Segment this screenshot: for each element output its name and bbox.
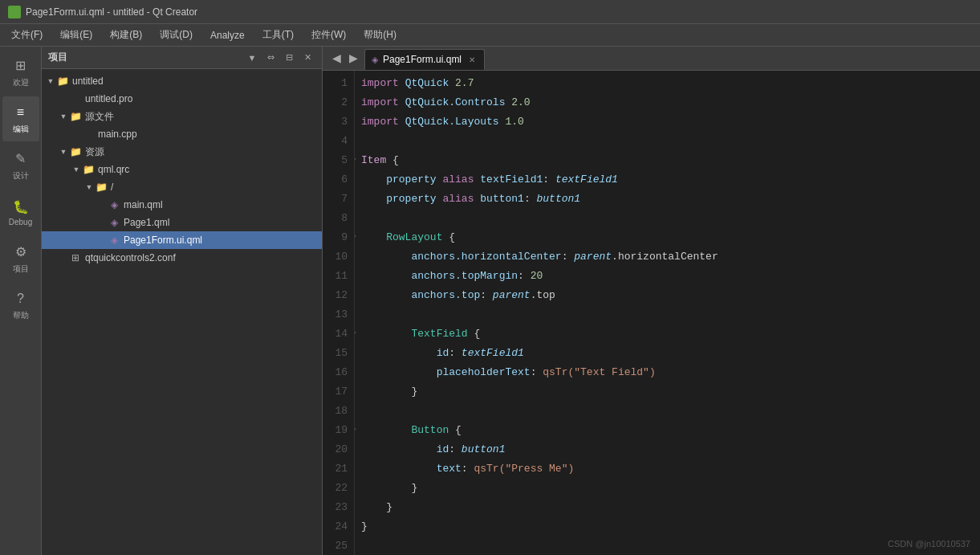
code-line-13 — [361, 305, 974, 324]
sidebar-btn-项目[interactable]: ⚙项目 — [2, 236, 39, 281]
code-area[interactable]: import QtQuick 2.7import QtQuick.Control… — [355, 71, 980, 555]
code-segment: id — [437, 440, 449, 459]
code-segment: : — [449, 440, 462, 459]
tree-label: / — [111, 182, 113, 193]
code-line-18 — [361, 402, 974, 421]
tree-file-icon — [82, 128, 95, 141]
menu-item-控件(W)[interactable]: 控件(W) — [303, 25, 354, 45]
code-segment: } — [361, 517, 368, 537]
line-num-10: 10 — [323, 247, 348, 267]
sidebar-icon-设计: ✎ — [12, 150, 30, 168]
tree-label: main.cpp — [98, 129, 137, 140]
code-segment — [474, 190, 480, 209]
nav-fwd-btn[interactable]: ▶ — [346, 50, 361, 66]
code-line-19: ▼ Button { — [361, 421, 974, 440]
menu-item-编辑(E)[interactable]: 编辑(E) — [52, 25, 100, 45]
code-segment: { — [386, 151, 399, 170]
tree-item-untitled[interactable]: ▼📁untitled — [42, 72, 322, 90]
line-num-12: 12 — [323, 286, 348, 305]
tree-item-qtquickcontrols2-conf[interactable]: ⊞qtquickcontrols2.conf — [42, 249, 322, 267]
close-btn[interactable]: ✕ — [299, 50, 315, 66]
tab-close-btn[interactable]: ✕ — [466, 54, 478, 65]
menu-item-Analyze[interactable]: Analyze — [202, 27, 253, 44]
tree-arrow — [96, 217, 108, 228]
code-line-17: } — [361, 382, 974, 402]
tree-item-qml-qrc[interactable]: ▼📁qml.qrc — [42, 161, 322, 178]
tree-label: qml.qrc — [98, 164, 129, 175]
code-segment: QtQuick — [405, 74, 449, 93]
filter-btn[interactable]: ▼ — [244, 50, 260, 66]
code-segment: placeholderText — [437, 363, 531, 382]
code-segment — [449, 74, 455, 93]
tab-label: Page1Form.ui.qml — [383, 54, 462, 65]
line-num-24: 24 — [323, 517, 348, 537]
main-layout: ⊞欢迎≡编辑✎设计🐛Debug⚙项目?帮助 项目 ▼ ⇔ ⊟ ✕ ▼📁untit… — [0, 47, 980, 555]
code-segment: Button — [411, 421, 449, 440]
tree-item-Page1Form-ui-qml[interactable]: ◈Page1Form.ui.qml — [42, 231, 322, 249]
tree-item-untitled-pro[interactable]: untitled.pro — [42, 90, 322, 108]
tree-item-源文件[interactable]: ▼📁源文件 — [42, 108, 322, 125]
fold-arrow-9[interactable]: ▼ — [355, 232, 360, 243]
editor-panel: ◀ ▶ ◈ Page1Form.ui.qml ✕ 123456789101112… — [323, 47, 980, 555]
code-line-15: id: textField1 — [361, 344, 974, 363]
editor-content: 1234567891011121314151617181920212223242… — [323, 71, 980, 555]
tree-item-main-qml[interactable]: ◈main.qml — [42, 196, 322, 214]
fold-arrow-5[interactable]: ▼ — [355, 155, 360, 166]
sidebar-btn-欢迎[interactable]: ⊞欢迎 — [2, 50, 39, 95]
code-segment: { — [449, 421, 462, 440]
code-segment: id — [437, 344, 449, 363]
sidebar-btn-帮助[interactable]: ?帮助 — [2, 283, 39, 328]
code-segment — [361, 363, 437, 382]
link-btn[interactable]: ⇔ — [262, 50, 279, 66]
sidebar-label-欢迎: 欢迎 — [13, 77, 29, 88]
code-line-21: text: qsTr("Press Me") — [361, 459, 974, 479]
tree-arrow — [96, 235, 108, 246]
titlebar: Page1Form.ui.qml - untitled - Qt Creator — [0, 0, 980, 24]
code-segment: parent — [574, 247, 612, 267]
code-segment: property — [386, 190, 436, 209]
tree-item-/[interactable]: ▼📁/ — [42, 178, 322, 196]
sidebar-btn-Debug[interactable]: 🐛Debug — [2, 190, 39, 235]
menu-item-文件(F)[interactable]: 文件(F) — [3, 25, 51, 45]
sidebar-btn-设计[interactable]: ✎设计 — [2, 143, 39, 188]
code-segment — [437, 170, 443, 190]
code-segment: alias — [442, 170, 474, 190]
code-segment: alias — [442, 190, 474, 209]
code-segment: : — [531, 363, 543, 382]
code-segment — [399, 74, 405, 93]
tree-item-Page1-qml[interactable]: ◈Page1.qml — [42, 214, 322, 231]
code-line-24: } — [361, 517, 974, 537]
code-segment — [361, 440, 437, 459]
menu-item-工具(T)[interactable]: 工具(T) — [254, 25, 302, 45]
window-title: Page1Form.ui.qml - untitled - Qt Creator — [26, 6, 197, 18]
filetree-panel: 项目 ▼ ⇔ ⊟ ✕ ▼📁untitleduntitled.pro▼📁源文件ma… — [42, 47, 323, 555]
nav-back-btn[interactable]: ◀ — [329, 50, 344, 66]
sidebar-label-帮助: 帮助 — [13, 310, 29, 321]
menu-item-构建(B)[interactable]: 构建(B) — [102, 25, 150, 45]
tree-file-icon: 📁 — [69, 145, 82, 158]
sidebar-icon-帮助: ? — [12, 290, 30, 308]
fold-arrow-14[interactable]: ▼ — [355, 329, 360, 340]
tree-item-main-cpp[interactable]: main.cpp — [42, 125, 322, 143]
fold-arrow-19[interactable]: ▼ — [355, 425, 360, 436]
tree-arrow: ▼ — [58, 111, 69, 122]
code-segment: Item — [361, 151, 386, 170]
menu-item-帮助(H)[interactable]: 帮助(H) — [356, 25, 405, 45]
sidebar-btn-编辑[interactable]: ≡编辑 — [2, 96, 39, 141]
sidebar-label-项目: 项目 — [13, 263, 29, 275]
sidebar-icon-编辑: ≡ — [12, 104, 30, 121]
code-segment: : — [449, 344, 462, 363]
collapse-btn[interactable]: ⊟ — [281, 50, 297, 66]
code-line-8 — [361, 209, 974, 228]
editor-tab-active[interactable]: ◈ Page1Form.ui.qml ✕ — [364, 49, 485, 70]
menu-item-调试(D)[interactable]: 调试(D) — [152, 25, 201, 45]
tree-label: 资源 — [85, 145, 104, 159]
code-segment: textField1 — [480, 170, 543, 190]
app-icon — [8, 6, 21, 18]
tree-file-icon: ◈ — [108, 234, 120, 247]
code-segment: import — [361, 74, 399, 93]
tree-item-资源[interactable]: ▼📁资源 — [42, 143, 322, 161]
sidebar-icons: ⊞欢迎≡编辑✎设计🐛Debug⚙项目?帮助 — [0, 47, 42, 555]
code-segment: .top — [531, 286, 555, 305]
code-segment — [499, 112, 506, 132]
